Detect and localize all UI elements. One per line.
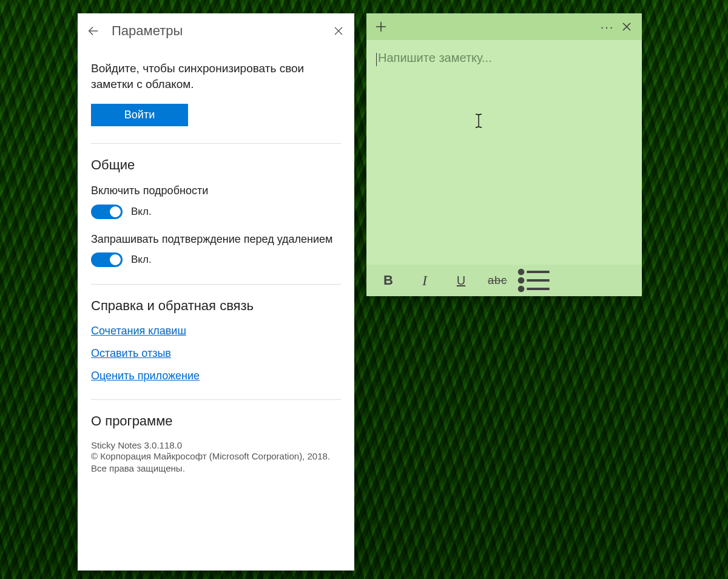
general-heading: Общие [91, 157, 341, 173]
feedback-link[interactable]: Оставить отзыв [91, 347, 341, 360]
note-text-area[interactable]: Напишите заметку... [366, 40, 642, 265]
divider [91, 284, 341, 285]
svg-point-4 [519, 287, 524, 291]
text-caret [376, 53, 377, 66]
confirm-delete-toggle[interactable] [91, 252, 123, 267]
strikethrough-button[interactable]: abc [480, 268, 514, 293]
confirm-delete-label: Запрашивать подтверждение перед удаление… [91, 232, 341, 246]
insights-toggle-state: Вкл. [131, 206, 152, 218]
bold-button[interactable]: B [371, 268, 405, 293]
insights-toggle[interactable] [91, 205, 123, 219]
about-heading: О программе [91, 413, 341, 429]
rate-app-link[interactable]: Оценить приложение [91, 370, 341, 382]
divider [91, 143, 341, 144]
divider [91, 399, 341, 400]
sticky-note-window: ··· Напишите заметку... B I U abc [366, 13, 642, 296]
close-icon[interactable] [331, 24, 346, 38]
confirm-delete-toggle-state: Вкл. [131, 254, 152, 266]
sync-prompt-text: Войдите, чтобы синхронизировать свои зам… [91, 61, 341, 92]
underline-button[interactable]: U [444, 268, 478, 293]
italic-button[interactable]: I [408, 268, 442, 293]
insights-label: Включить подробности [91, 184, 341, 198]
insights-toggle-row: Вкл. [91, 205, 341, 219]
settings-title: Параметры [112, 23, 320, 39]
help-heading: Справка и обратная связь [91, 298, 341, 314]
signin-button[interactable]: Войти [91, 104, 188, 126]
shortcuts-link[interactable]: Сочетания клавиш [91, 325, 341, 337]
mouse-text-cursor-icon [474, 113, 483, 133]
settings-body: Войдите, чтобы синхронизировать свои зам… [78, 45, 354, 571]
about-version: Sticky Notes 3.0.118.0 [91, 440, 341, 450]
new-note-button[interactable] [372, 18, 389, 35]
svg-point-2 [519, 279, 524, 283]
note-placeholder: Напишите заметку... [378, 51, 492, 64]
svg-point-0 [519, 270, 524, 274]
note-titlebar: ··· [366, 13, 642, 40]
back-arrow-icon[interactable] [86, 24, 101, 38]
note-menu-button[interactable]: ··· [597, 20, 618, 34]
note-close-button[interactable] [618, 22, 636, 32]
bullet-list-button[interactable] [517, 268, 551, 293]
confirm-delete-toggle-row: Вкл. [91, 252, 341, 267]
settings-header: Параметры [78, 13, 354, 45]
settings-window: Параметры Войдите, чтобы синхронизироват… [78, 13, 354, 571]
note-format-toolbar: B I U abc [366, 265, 642, 296]
about-copyright: © Корпорация Майкрософт (Microsoft Corpo… [91, 450, 341, 475]
